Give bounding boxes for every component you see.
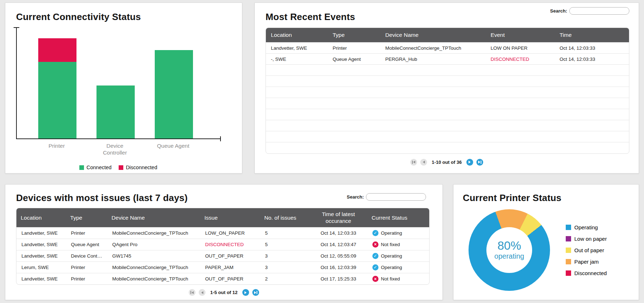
cell-empty xyxy=(328,142,380,153)
column-header-type[interactable]: Type xyxy=(328,28,380,43)
legend-item-operating[interactable]: Operating xyxy=(566,224,607,230)
column-header-type[interactable]: Type xyxy=(66,208,108,227)
column-header-event[interactable]: Event xyxy=(486,28,555,43)
table-row-empty xyxy=(266,65,629,76)
status-label: Operating xyxy=(381,253,402,259)
table-row[interactable]: Landvetter, SWEPrinterMobileConnectConci… xyxy=(16,273,429,284)
legend-swatch-icon xyxy=(119,165,123,170)
column-header-no-of-issues[interactable]: No. of issues xyxy=(260,208,309,227)
cell-empty xyxy=(266,109,328,120)
cell-empty xyxy=(266,98,328,109)
column-header-device-name[interactable]: Device Name xyxy=(380,28,486,43)
cell-time: Oct 14, 12:03:33 xyxy=(309,227,367,239)
table-row-empty xyxy=(266,76,629,87)
cell-issue: OUT_OF_PAPER xyxy=(200,250,260,262)
cell-empty xyxy=(555,120,629,131)
cell-issue-count: 3 xyxy=(260,262,309,273)
legend-label: Low on paper xyxy=(574,236,607,242)
table-row-empty xyxy=(266,131,629,142)
legend-swatch-icon xyxy=(566,248,571,253)
connectivity-bar-chart xyxy=(16,28,221,139)
donut-center: 80% operating xyxy=(486,227,532,273)
dashboard-page: Current Connectivity Status PrinterDevic… xyxy=(0,0,644,303)
printer-status-title: Current Printer Status xyxy=(463,192,639,204)
x-axis-label-printer: Printer xyxy=(38,143,76,156)
printer-status-card: Current Printer Status 80% operating Ope… xyxy=(453,184,639,300)
events-pagination: 1-10 out of 36 xyxy=(255,159,639,166)
cell-empty xyxy=(486,87,555,98)
column-header-issue[interactable]: Issue xyxy=(200,208,260,227)
cell-issue: PAPER_JAM xyxy=(200,262,260,273)
column-header-time-of-latest-occurance[interactable]: Time of latest occurance xyxy=(309,208,367,227)
pagination-label: 1-10 out of 36 xyxy=(432,160,462,165)
bar-segment-connected xyxy=(155,50,193,139)
cell-empty xyxy=(555,65,629,76)
legend-item-connected[interactable]: Connected xyxy=(79,165,112,170)
column-header-location[interactable]: Location xyxy=(16,208,66,227)
next-page-button[interactable] xyxy=(242,289,249,296)
legend-item-disconnected[interactable]: Disconnected xyxy=(566,270,607,276)
legend-item-paper-jam[interactable]: Paper jam xyxy=(566,259,607,265)
column-header-device-name[interactable]: Device Name xyxy=(107,208,200,227)
table-row[interactable]: Landvetter, SWEDevice ControllerGW1745OU… xyxy=(16,250,429,262)
last-page-button[interactable] xyxy=(476,159,483,166)
check-circle-icon: ✓ xyxy=(372,253,378,259)
legend-item-low-on-paper[interactable]: Low on paper xyxy=(566,236,607,242)
legend-item-disconnected[interactable]: Disconnected xyxy=(119,165,157,170)
cell-time: Oct 12, 05:55:09 xyxy=(309,250,367,262)
cell-current-status: ✓Operating xyxy=(367,262,429,273)
status-ok: ✓Operating xyxy=(372,230,424,236)
table-row-empty xyxy=(266,142,629,153)
cell-empty xyxy=(486,142,555,153)
cell-time: Oct 17, 15:25:33 xyxy=(309,273,367,284)
column-header-location[interactable]: Location xyxy=(266,28,328,43)
column-header-current-status[interactable]: Current Status xyxy=(367,208,429,227)
first-page-button[interactable] xyxy=(410,159,417,166)
cell-event: DISCONNECTED xyxy=(486,54,555,65)
events-search-input[interactable] xyxy=(569,7,629,15)
legend-label: Out of paper xyxy=(574,247,604,253)
pager-arrow-glyph xyxy=(244,291,247,294)
table-row[interactable]: Landvetter, SWEPrinterMobileConnectConci… xyxy=(266,43,629,54)
last-page-button[interactable] xyxy=(252,289,259,296)
cell-location: Landvetter, SWE xyxy=(16,273,66,284)
table-row[interactable]: -, SWEQueue AgentPERGRA_HubDISCONNECTEDO… xyxy=(266,54,629,65)
table-row[interactable]: Landvetter, SWEPrinterMobileConnectConci… xyxy=(16,227,429,239)
cell-empty xyxy=(328,131,380,142)
issues-search-input[interactable] xyxy=(366,193,426,201)
pager-arrow-glyph xyxy=(469,161,471,163)
cell-empty xyxy=(486,131,555,142)
pager-arrow-glyph xyxy=(423,161,425,163)
first-page-button[interactable] xyxy=(189,289,195,296)
cell-empty xyxy=(266,76,328,87)
pager-arrow-glyph xyxy=(201,291,203,294)
prev-page-button[interactable] xyxy=(199,289,205,296)
column-header-time[interactable]: Time xyxy=(555,28,629,43)
cell-location: Landvetter, SWE xyxy=(16,250,66,262)
table-row[interactable]: Landvetter, SWEQueue AgentQAgent ProDISC… xyxy=(16,239,429,250)
legend-label: Connected xyxy=(86,165,112,170)
cell-empty xyxy=(266,131,328,142)
cell-device-name: MobileConnectConcierge_TPTouch xyxy=(107,262,200,273)
cell-empty xyxy=(380,109,486,120)
next-page-button[interactable] xyxy=(466,159,473,166)
cell-issue-count: 5 xyxy=(260,227,309,239)
table-row[interactable]: Lerum, SWEPrinterMobileConnectConcierge_… xyxy=(16,262,429,273)
cell-empty xyxy=(380,98,486,109)
cell-type: Printer xyxy=(328,43,380,54)
cell-device-name: PERGRA_Hub xyxy=(380,54,486,65)
issues-search: Search: xyxy=(347,193,426,201)
pager-arrow-glyph xyxy=(192,291,194,294)
legend-swatch-icon xyxy=(566,236,571,241)
cell-type: Queue Agent xyxy=(328,54,380,65)
cell-empty xyxy=(328,65,380,76)
prev-page-button[interactable] xyxy=(420,159,427,166)
cell-location: Landvetter, SWE xyxy=(266,43,328,54)
cell-empty xyxy=(486,98,555,109)
pager-arrow-glyph xyxy=(412,161,413,164)
legend-item-out-of-paper[interactable]: Out of paper xyxy=(566,247,607,253)
cell-type: Printer xyxy=(66,262,108,273)
cell-location: Landvetter, SWE xyxy=(16,239,66,250)
cell-empty xyxy=(486,120,555,131)
cell-type: Printer xyxy=(66,273,108,284)
